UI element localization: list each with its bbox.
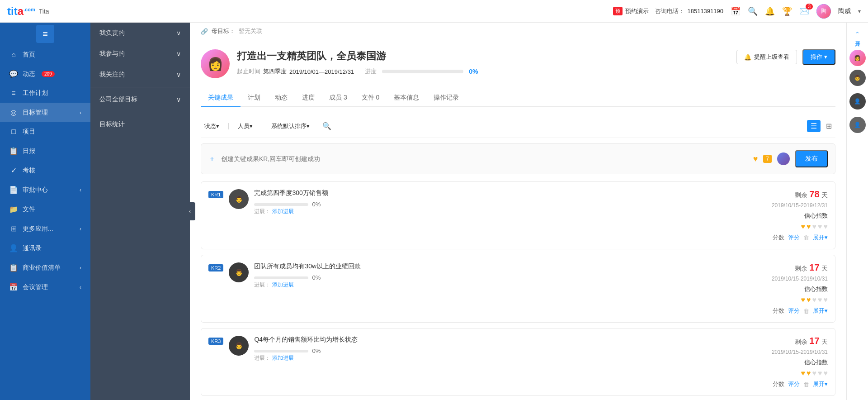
operate-button[interactable]: 操作 ▾ [802,49,835,65]
right-panel-toggle[interactable]: ‹ 展开 [852,28,863,41]
kr3-score-link[interactable]: 评分 [788,380,800,388]
filter-sort-btn[interactable]: 系统默认排序▾ [268,120,313,132]
kr2-add-progress-link[interactable]: 添加进展 [272,281,294,288]
objectives-arrow: ‹ [80,110,81,116]
sidebar-label-home: 首页 [23,51,35,59]
remind-button[interactable]: 🔔 提醒上级查看 [736,50,797,64]
tab-basic-info[interactable]: 基本信息 [387,89,426,107]
tab-files[interactable]: 文件 0 [354,89,387,107]
calendar-icon[interactable]: 📅 [731,6,741,16]
kr2-progress-row: 0% [254,274,714,281]
sidebar-item-workplan[interactable]: ≡ 工作计划 [0,84,90,103]
tab-members[interactable]: 成员 3 [322,89,354,107]
kr2-star-2[interactable]: ♥ [807,296,811,304]
logo[interactable]: tita.com [7,5,35,18]
heart-icon[interactable]: ♥ [753,154,758,164]
kr3-star-1[interactable]: ♥ [801,369,806,377]
kr1-star-4[interactable]: ♥ [818,223,822,231]
view-list-btn[interactable]: ☰ [807,120,821,132]
tab-plan[interactable]: 计划 [241,89,268,107]
bell-icon[interactable]: 🏆 [782,6,792,16]
sidebar-item-objectives[interactable]: ◎ 目标管理 ‹ [0,103,90,122]
second-sidebar-my-followed[interactable]: 我关注的 ∨ [90,64,190,85]
kr2-expand[interactable]: 展开▾ [813,307,828,315]
right-avatar-1[interactable]: 👩 [849,50,866,66]
filter-status-btn[interactable]: 状态▾ [201,120,223,132]
kr1-title: 完成第四季度300万销售额 [254,189,714,197]
collapse-sidebar-btn[interactable]: ‹ [184,202,195,220]
second-sidebar-my-responsible[interactable]: 我负责的 ∨ [90,23,190,43]
second-sidebar-company-goals[interactable]: 公司全部目标 ∨ [90,89,190,110]
view-grid-btn[interactable]: ⊞ [822,120,835,132]
kr1-star-5[interactable]: ♥ [824,223,828,231]
kr1-badge: KR1 [208,191,223,198]
sidebar-label-daily: 日报 [23,147,35,155]
kr1-score-link[interactable]: 评分 [788,233,800,242]
tab-progress[interactable]: 进度 [295,89,322,107]
filter-divider-1 [228,123,229,129]
promo-text[interactable]: 预约演示 [625,7,649,15]
user-dropdown-icon[interactable]: ▾ [858,8,861,14]
delete-icon-kr2[interactable]: 🗑 [803,308,809,314]
delete-icon-kr3[interactable]: 🗑 [803,381,809,388]
user-mini-avatar[interactable] [777,152,790,165]
sidebar-item-bizvalue[interactable]: 📋 商业价值清单 ‹ [0,258,90,277]
hamburger-icon[interactable]: ≡ [36,25,54,43]
sidebar-item-daily[interactable]: 📋 日报 [0,141,90,161]
search-filter-btn[interactable]: 🔍 [319,120,335,132]
sidebar-item-approval[interactable]: 📄 审批中心 ‹ [0,180,90,200]
sidebar-item-more[interactable]: ⊞ 更多应用... ‹ [0,219,90,238]
sidebar-item-contacts[interactable]: 👤 通讯录 [0,238,90,258]
filter-members-btn[interactable]: 人员▾ [234,120,256,132]
kr2-pct: 0% [312,274,321,281]
sidebar-item-home[interactable]: ⌂ 首页 [0,45,90,64]
sidebar-item-review[interactable]: ✓ 考核 [0,161,90,180]
kr3-star-3[interactable]: ♥ [812,369,817,377]
kr1-expand[interactable]: 展开▾ [813,233,828,242]
sidebar-item-projects[interactable]: □ 项目 [0,122,90,141]
kr2-score: 分数 评分 🗑 展开▾ [773,307,828,315]
calendar-badge[interactable]: 7 [763,155,772,163]
delete-icon-kr1[interactable]: 🗑 [803,234,809,241]
kr1-star-2[interactable]: ♥ [807,223,811,231]
add-kr-icon[interactable]: ＋ [208,154,216,164]
kr3-days: 剩余 17 天 [795,336,828,346]
user-name[interactable]: 陶威 [838,7,851,15]
kr2-star-5[interactable]: ♥ [824,296,828,304]
search-icon[interactable]: 🔍 [748,6,758,16]
tab-key-results[interactable]: 关键成果 [201,89,241,107]
right-avatar-3[interactable]: 👤 [849,93,866,110]
kr3-add-progress-link[interactable]: 添加进展 [272,355,294,361]
kr2-score-link[interactable]: 评分 [788,307,800,315]
right-avatar-2[interactable]: 👨 [849,70,866,86]
kr2-star-3[interactable]: ♥ [812,296,817,304]
kr2-title: 团队所有成员均有30w以上的业绩回款 [254,262,714,271]
kr1-star-1[interactable]: ♥ [801,223,806,231]
sidebar-item-meetings[interactable]: 📅 会议管理 ‹ [0,277,90,297]
clock-icon[interactable]: 🔔 [765,6,775,16]
create-kr-input[interactable] [221,155,748,162]
meetings-icon: 📅 [9,283,18,291]
second-sidebar-my-participated[interactable]: 我参与的 ∨ [90,43,190,64]
sidebar-toggle[interactable]: ≡ [0,23,90,45]
kr2-progress-bar [254,276,308,279]
kr3-star-4[interactable]: ♥ [818,369,822,377]
user-avatar[interactable]: 陶 [816,4,831,19]
tab-activity[interactable]: 动态 [268,89,295,107]
kr1-date: 2019/10/15-2019/12/31 [772,202,828,209]
right-avatar-4[interactable]: 👤 [849,117,866,133]
kr3-star-5[interactable]: ♥ [824,369,828,377]
publish-button[interactable]: 发布 [795,150,828,167]
kr3-expand[interactable]: 展开▾ [813,380,828,388]
kr1-add-progress-link[interactable]: 添加进展 [272,208,294,214]
kr1-star-3[interactable]: ♥ [812,223,817,231]
tab-operation-log[interactable]: 操作记录 [426,89,466,107]
kr2-star-4[interactable]: ♥ [818,296,822,304]
sidebar-item-activity[interactable]: 💬 动态 209 [0,64,90,84]
sidebar-item-files[interactable]: 📁 文件 [0,200,90,219]
kr3-star-2[interactable]: ♥ [807,369,811,377]
contacts-icon: 👤 [9,244,18,252]
kr2-star-1[interactable]: ♥ [801,296,806,304]
second-sidebar-stats[interactable]: 目标统计 [90,114,190,135]
mail-icon[interactable]: ✉️ 3 [799,6,809,16]
